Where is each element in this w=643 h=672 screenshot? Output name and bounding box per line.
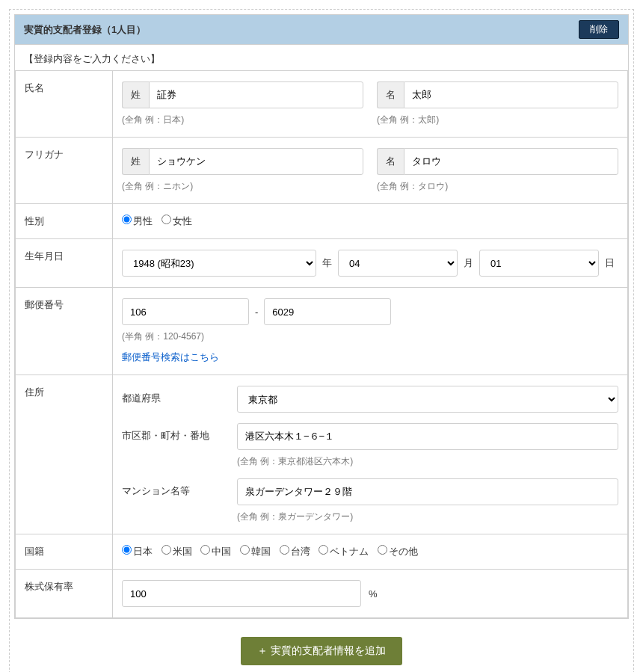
city-hint: (全角 例：東京都港区六本木) [237,455,618,468]
nat-cn-label: 中国 [212,546,231,557]
kana-first-prefix: 名 [377,148,404,175]
panel-title: 実質的支配者登録（1人目） [24,23,146,37]
last-name-hint: (全角 例：日本) [122,114,363,126]
pref-select[interactable]: 東京都 [237,386,618,413]
nat-kr-label: 韓国 [251,546,271,557]
share-unit: % [369,588,378,599]
kana-first-input[interactable] [404,148,618,175]
first-name-input[interactable] [404,81,618,108]
kana-label: フリガナ [16,138,113,204]
last-name-prefix: 姓 [122,81,149,108]
dob-label: 生年月日 [16,239,113,288]
nat-vn-label: ベトナム [330,546,369,557]
gender-male-label: 男性 [133,215,153,226]
bldg-label: マンション名等 [122,478,227,498]
gender-label: 性別 [16,204,113,239]
postal-hint: (半角 例：120-4567) [122,330,618,343]
dob-year-select[interactable]: 1948 (昭和23) [122,250,316,277]
ubo-panel: 実質的支配者登録（1人目） 削除 【登録内容をご入力ください】 氏名 姓 (全角… [14,14,629,619]
gender-female-label: 女性 [173,215,192,226]
postal-first-input[interactable] [122,298,249,325]
gender-male-radio[interactable] [122,215,132,224]
last-name-input[interactable] [149,81,363,108]
pref-label: 都道府県 [122,386,227,405]
dob-month-unit: 月 [464,256,473,270]
nat-other-label: その他 [389,546,418,557]
dob-day-select[interactable]: 01 [479,250,599,277]
share-label: 株式保有率 [16,570,113,618]
nat-vn-radio[interactable] [319,545,328,555]
nat-tw-radio[interactable] [280,545,289,555]
instruction-text: 【登録内容をご入力ください】 [15,45,628,70]
kana-last-input[interactable] [149,148,363,175]
bldg-input[interactable] [237,478,618,505]
postal-second-input[interactable] [264,298,391,325]
nation-label: 国籍 [16,534,113,570]
nat-us-radio[interactable] [161,545,171,555]
nat-jp-radio[interactable] [122,545,132,555]
city-input[interactable] [237,423,618,450]
first-name-hint: (全角 例：太郎) [377,114,618,126]
first-name-prefix: 名 [377,81,404,108]
city-label: 市区郡・町村・番地 [122,423,227,443]
gender-female-radio[interactable] [161,215,171,224]
nat-tw-label: 台湾 [291,546,310,557]
nat-jp-label: 日本 [133,546,153,557]
postal-search-link[interactable]: 郵便番号検索はこちら [122,351,618,364]
address-label: 住所 [16,375,113,534]
dob-year-unit: 年 [322,256,332,270]
kana-last-hint: (全角 例：ニホン) [122,180,363,193]
dob-day-unit: 日 [605,256,615,270]
add-btn-label: 実質的支配者情報を追加 [271,644,386,656]
share-input[interactable] [122,580,361,607]
add-ubo-button[interactable]: ＋ 実質的支配者情報を追加 [241,637,402,665]
postal-label: 郵便番号 [16,288,113,375]
kana-last-prefix: 姓 [122,148,149,175]
nat-us-label: 米国 [173,546,192,557]
name-label: 氏名 [16,71,113,138]
nat-kr-radio[interactable] [240,545,250,555]
nat-other-radio[interactable] [378,545,387,555]
nat-cn-radio[interactable] [200,545,210,555]
bldg-hint: (全角 例：泉ガーデンタワー) [237,511,618,523]
dob-month-select[interactable]: 04 [338,250,458,277]
delete-button[interactable]: 削除 [579,20,619,39]
plus-icon: ＋ [257,644,268,656]
kana-first-hint: (全角 例：タロウ) [377,180,618,193]
postal-sep: - [255,306,258,318]
